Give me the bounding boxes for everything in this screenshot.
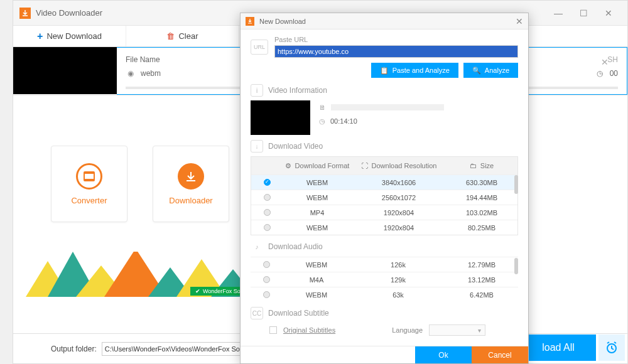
svg-rect-1 bbox=[84, 172, 94, 174]
downloader-label: Downloader bbox=[169, 196, 212, 205]
video-format-row[interactable]: WEBM1920x80480.25MB bbox=[251, 220, 517, 235]
video-format-table: ⚙Download Format ⛶Download Resolution 🗀S… bbox=[251, 156, 518, 235]
dialog-footer: Ok Cancel bbox=[241, 346, 528, 363]
download-subtitle-header: CC Download Subtitle bbox=[251, 307, 518, 319]
paste-url-label: Paste URL bbox=[274, 36, 518, 43]
ok-button[interactable]: Ok bbox=[415, 346, 472, 363]
output-folder-label: Output folder: bbox=[51, 345, 97, 353]
time-value: 00 bbox=[610, 69, 618, 78]
search-icon: 🔍 bbox=[472, 67, 481, 75]
radio-icon bbox=[264, 224, 271, 231]
language-label: Language bbox=[392, 326, 423, 334]
radio-icon bbox=[263, 291, 270, 298]
plus-icon: + bbox=[37, 31, 43, 42]
video-format-row[interactable]: WEBM2560x1072194.44MB bbox=[251, 190, 517, 205]
info-icon: i bbox=[251, 84, 263, 97]
check-icon: ✔ bbox=[195, 288, 200, 294]
audio-format-row[interactable]: WEBM126k12.79MB bbox=[251, 257, 518, 272]
new-download-dialog: New Download ✕ URL Paste URL https://www… bbox=[240, 13, 529, 364]
scrollbar[interactable] bbox=[514, 175, 518, 194]
dialog-video-thumbnail bbox=[251, 100, 310, 135]
film-icon bbox=[76, 163, 102, 190]
original-subtitles-checkbox[interactable] bbox=[269, 326, 277, 334]
cancel-button[interactable]: Cancel bbox=[472, 346, 528, 363]
video-thumbnail bbox=[13, 47, 117, 94]
download-video-header: ↓ Download Video bbox=[251, 140, 518, 153]
language-select[interactable]: ▾ bbox=[429, 324, 485, 336]
download-video-icon: ↓ bbox=[251, 140, 263, 153]
dialog-close-button[interactable]: ✕ bbox=[516, 16, 523, 26]
cc-icon: CC bbox=[251, 307, 263, 319]
url-input[interactable]: https://www.youtube.co bbox=[274, 45, 518, 58]
audio-format-table: WEBM126k12.79MB M4A129k13.12MB WEBM63k6.… bbox=[251, 257, 518, 302]
resolution-icon: ⛶ bbox=[361, 162, 368, 169]
scrollbar[interactable] bbox=[514, 258, 518, 274]
minimize-button[interactable]: — bbox=[546, 4, 571, 22]
video-info-header: i Video Information bbox=[251, 84, 518, 97]
radio-icon bbox=[263, 261, 270, 268]
close-button[interactable]: ✕ bbox=[596, 4, 621, 22]
dialog-body: URL Paste URL https://www.youtube.co 📋 P… bbox=[241, 29, 528, 346]
url-file-icon: URL bbox=[251, 40, 268, 55]
dialog-titlebar: New Download ✕ bbox=[241, 13, 528, 29]
radio-icon bbox=[264, 179, 271, 186]
clear-label: Clear bbox=[178, 31, 198, 41]
gear-icon: ⚙ bbox=[285, 162, 291, 170]
original-subtitles-label: Original Subtitles bbox=[283, 326, 335, 334]
audio-format-row[interactable]: WEBM63k6.42MB bbox=[251, 287, 518, 302]
dialog-title: New Download bbox=[259, 18, 306, 25]
maximize-button[interactable]: ☐ bbox=[571, 4, 596, 22]
video-format-row[interactable]: WEBM3840x1606630.30MB bbox=[251, 174, 517, 190]
clear-button[interactable]: 🗑 Clear bbox=[126, 26, 239, 46]
downloader-module[interactable]: Downloader bbox=[153, 146, 229, 222]
video-format-row[interactable]: MP41920x804103.02MB bbox=[251, 205, 517, 220]
duration-value: 00:14:10 bbox=[330, 117, 357, 125]
audio-format-row[interactable]: M4A129k13.12MB bbox=[251, 272, 518, 287]
app-title: Video Downloader bbox=[36, 8, 102, 18]
file-icon: 🗎 bbox=[319, 104, 326, 111]
download-all-button[interactable]: load All bbox=[521, 335, 596, 361]
new-download-button[interactable]: + New Download bbox=[13, 26, 126, 46]
folder-icon: 🗀 bbox=[470, 162, 477, 169]
format-value: webm bbox=[141, 69, 161, 78]
remove-item-button[interactable]: ✕ bbox=[601, 57, 609, 67]
download-icon bbox=[178, 163, 204, 190]
alarm-icon bbox=[605, 341, 619, 355]
radio-icon bbox=[263, 276, 270, 283]
trash-icon: 🗑 bbox=[166, 31, 175, 41]
radio-icon bbox=[264, 194, 271, 201]
filename-label: File Name bbox=[126, 55, 160, 64]
analyze-button[interactable]: 🔍 Analyze bbox=[463, 63, 518, 78]
app-logo-icon bbox=[19, 8, 31, 19]
radio-icon bbox=[264, 209, 271, 216]
dialog-logo-icon bbox=[246, 17, 254, 26]
chevron-down-icon: ▾ bbox=[478, 327, 481, 334]
paste-and-analyze-button[interactable]: 📋 Paste and Analyze bbox=[371, 63, 458, 78]
converter-label: Converter bbox=[71, 196, 107, 205]
format-icon: ◉ bbox=[126, 68, 136, 78]
music-note-icon: ♪ bbox=[251, 240, 263, 253]
schedule-button[interactable] bbox=[598, 335, 625, 361]
clock-icon: ◷ bbox=[595, 68, 605, 78]
new-download-label: New Download bbox=[46, 31, 101, 41]
download-audio-header: ♪ Download Audio bbox=[251, 240, 518, 253]
camera-icon: 📋 bbox=[380, 67, 389, 75]
converter-module[interactable]: Converter bbox=[51, 146, 127, 222]
clock-icon: ◷ bbox=[319, 117, 325, 126]
svg-rect-2 bbox=[84, 179, 94, 181]
